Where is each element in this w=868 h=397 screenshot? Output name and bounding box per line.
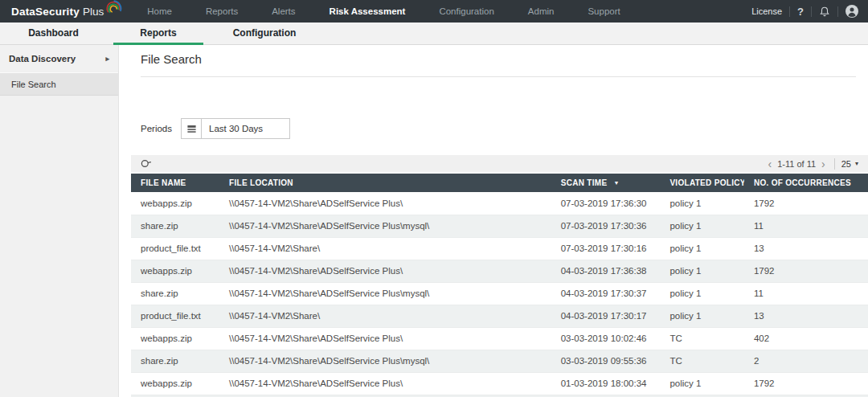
- brand-name-light: Plus: [83, 6, 104, 18]
- cell-file-name: webapps.zip: [131, 327, 219, 350]
- sidebar: Data Discovery ▸ File Search: [0, 45, 119, 397]
- search-icon[interactable]: [141, 158, 153, 169]
- column-header-scan-time-label: SCAN TIME: [561, 178, 608, 187]
- nav-item-alerts[interactable]: Alerts: [255, 0, 312, 23]
- table-row: share.zip \\0457-14-VM2\Share\ADSelfServ…: [131, 215, 868, 237]
- cell-occurrences: 11: [744, 282, 868, 305]
- main-menu: Home Reports Alerts Risk Assessment Conf…: [130, 0, 637, 23]
- cell-file-location: \\0457-14-VM2\Share\: [219, 237, 551, 260]
- cell-file-location: \\0457-14-VM2\Share\ADSelfService Plus\: [219, 372, 551, 395]
- tab-configuration[interactable]: Configuration: [208, 23, 321, 44]
- cell-file-location: \\0457-14-VM2\Share\ADSelfService Plus\: [219, 327, 551, 350]
- notifications-bell-icon[interactable]: [819, 6, 830, 18]
- chevron-right-icon: ▸: [105, 55, 109, 63]
- navbar-separator: [789, 6, 790, 17]
- brand-name-bold: DataSecurity: [11, 6, 80, 18]
- column-header-file-name[interactable]: FILE NAME: [131, 174, 219, 192]
- cell-scan-time: 07-03-2019 17:36:30: [551, 192, 661, 215]
- periods-label: Periods: [141, 124, 172, 133]
- cell-file-name: share.zip: [131, 282, 219, 305]
- cell-scan-time: 03-03-2019 09:55:36: [551, 350, 661, 372]
- cell-occurrences: 13: [744, 305, 868, 327]
- cell-file-name: share.zip: [131, 350, 219, 372]
- chevron-down-icon: ▾: [855, 160, 858, 167]
- cell-violated-policy: policy 1: [660, 260, 744, 282]
- pagination-separator: [834, 158, 835, 170]
- calendar-icon[interactable]: [182, 119, 202, 138]
- title-divider: [141, 76, 856, 77]
- column-header-occurrences[interactable]: NO. OF OCCURRENCES: [744, 174, 868, 192]
- cell-violated-policy: policy 1: [660, 215, 744, 237]
- navbar-separator: [837, 6, 838, 17]
- sidebar-section-label: Data Discovery: [9, 54, 76, 63]
- table-header-row: FILE NAME FILE LOCATION SCAN TIME ▼ VIOL…: [131, 174, 868, 192]
- cell-occurrences: 1792: [744, 192, 868, 215]
- cell-file-location: \\0457-14-VM2\Share\ADSelfService Plus\: [219, 260, 551, 282]
- nav-item-support[interactable]: Support: [571, 0, 637, 23]
- column-header-violated-policy[interactable]: VIOLATED POLICY: [660, 174, 744, 192]
- cell-violated-policy: policy 1: [660, 372, 744, 395]
- help-icon[interactable]: ?: [797, 6, 804, 18]
- table-row: share.zip \\0457-14-VM2\Share\ADSelfServ…: [131, 350, 868, 372]
- column-header-file-location[interactable]: FILE LOCATION: [219, 174, 551, 192]
- page-size-dropdown[interactable]: 25 ▾: [841, 159, 858, 169]
- pagination-next-icon[interactable]: ›: [816, 158, 831, 170]
- period-value: Last 30 Days: [202, 119, 263, 138]
- brand-logo-swirl-icon: [105, 0, 122, 20]
- table-row: webapps.zip \\0457-14-VM2\Share\ADSelfSe…: [131, 327, 868, 350]
- table-row: webapps.zip \\0457-14-VM2\Share\ADSelfSe…: [131, 260, 868, 282]
- cell-occurrences: 13: [744, 237, 868, 260]
- cell-violated-policy: policy 1: [660, 305, 744, 327]
- pagination-prev-icon[interactable]: ‹: [762, 158, 777, 170]
- cell-file-name: product_file.txt: [131, 237, 219, 260]
- cell-violated-policy: policy 1: [660, 192, 744, 215]
- nav-item-home[interactable]: Home: [130, 0, 189, 23]
- column-header-scan-time[interactable]: SCAN TIME ▼: [551, 174, 661, 192]
- user-avatar-icon[interactable]: [845, 5, 858, 18]
- tab-dashboard[interactable]: Dashboard: [0, 23, 107, 44]
- sidebar-item-file-search[interactable]: File Search: [0, 73, 118, 96]
- cell-occurrences: 1792: [744, 372, 868, 395]
- cell-scan-time: 04-03-2019 17:30:37: [551, 282, 661, 305]
- table-row: webapps.zip \\0457-14-VM2\Share\ADSelfSe…: [131, 192, 868, 215]
- cell-violated-policy: TC: [660, 327, 744, 350]
- page-title: File Search: [141, 52, 858, 66]
- cell-scan-time: 04-03-2019 17:36:38: [551, 260, 661, 282]
- cell-violated-policy: TC: [660, 350, 744, 372]
- nav-item-reports[interactable]: Reports: [189, 0, 255, 23]
- table-row: share.zip \\0457-14-VM2\Share\ADSelfServ…: [131, 282, 868, 305]
- results-table: FILE NAME FILE LOCATION SCAN TIME ▼ VIOL…: [131, 174, 868, 397]
- periods-filter: Periods Last 30 Days: [141, 118, 868, 139]
- cell-file-location: \\0457-14-VM2\Share\ADSelfService Plus\m…: [219, 215, 551, 237]
- cell-file-name: webapps.zip: [131, 260, 219, 282]
- secondary-tabs: Dashboard Reports Configuration: [0, 23, 868, 45]
- table-row: product_file.txt \\0457-14-VM2\Share\ 07…: [131, 237, 868, 260]
- cell-file-name: webapps.zip: [131, 372, 219, 395]
- brand[interactable]: DataSecurity Plus: [0, 2, 130, 20]
- table-toolbar: ‹ 1-11 of 11 › 25 ▾: [131, 155, 868, 172]
- nav-item-risk-assessment[interactable]: Risk Assessment: [313, 0, 423, 23]
- sidebar-section-data-discovery[interactable]: Data Discovery ▸: [0, 45, 118, 73]
- nav-item-configuration[interactable]: Configuration: [422, 0, 510, 23]
- cell-file-name: webapps.zip: [131, 192, 219, 215]
- tab-reports[interactable]: Reports: [113, 23, 203, 44]
- pagination-range: 1-11 of 11: [777, 159, 816, 169]
- main-content: File Search Periods Last 30 Days: [119, 45, 868, 397]
- table-row: webapps.zip \\0457-14-VM2\Share\ADSelfSe…: [131, 372, 868, 395]
- cell-occurrences: 1792: [744, 260, 868, 282]
- cell-occurrences: 11: [744, 215, 868, 237]
- cell-scan-time: 07-03-2019 17:30:16: [551, 237, 661, 260]
- cell-file-name: share.zip: [131, 215, 219, 237]
- nav-item-admin[interactable]: Admin: [511, 0, 571, 23]
- cell-violated-policy: policy 1: [660, 237, 744, 260]
- cell-file-location: \\0457-14-VM2\Share\: [219, 305, 551, 327]
- cell-file-location: \\0457-14-VM2\Share\ADSelfService Plus\m…: [219, 350, 551, 372]
- cell-scan-time: 04-03-2019 17:30:17: [551, 305, 661, 327]
- page-size-value: 25: [841, 159, 851, 169]
- period-select[interactable]: Last 30 Days: [181, 118, 290, 139]
- cell-scan-time: 03-03-2019 10:02:46: [551, 327, 661, 350]
- license-link[interactable]: License: [751, 6, 782, 16]
- cell-file-name: product_file.txt: [131, 305, 219, 327]
- cell-scan-time: 01-03-2019 18:00:34: [551, 372, 661, 395]
- cell-file-location: \\0457-14-VM2\Share\ADSelfService Plus\m…: [219, 282, 551, 305]
